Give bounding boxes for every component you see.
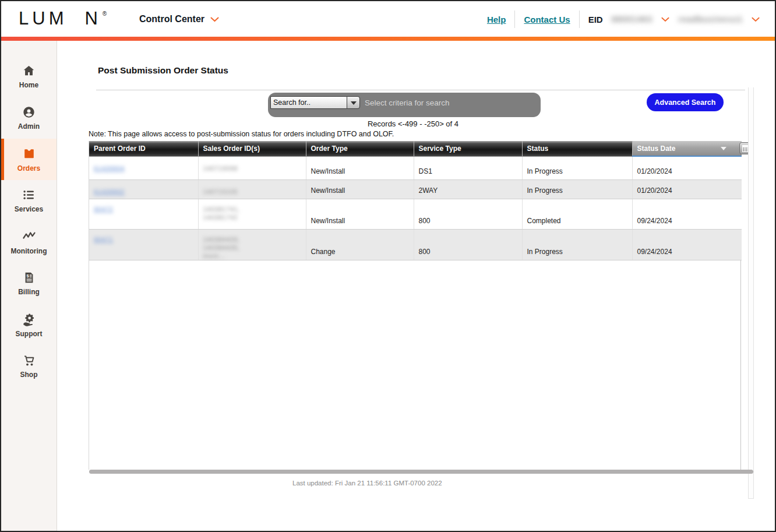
column-header-label: Status Date xyxy=(637,145,676,153)
logo-text-lum: LUM xyxy=(19,9,67,28)
sales-order-id: 140719105 xyxy=(203,188,238,195)
chevron-down-icon xyxy=(210,17,219,22)
status-cell: In Progress xyxy=(522,156,632,179)
sidebar-item-orders[interactable]: Orders xyxy=(1,139,57,180)
sidebar-nav: Home Admin Orders Services Monitoring $ … xyxy=(1,41,57,531)
shop-cart-icon xyxy=(22,354,36,367)
sidebar-item-label: Services xyxy=(15,205,43,213)
brand-accent-bar xyxy=(1,37,775,41)
eid-chevron-down-icon[interactable] xyxy=(661,17,669,22)
sidebar-item-label: Billing xyxy=(18,288,40,296)
sidebar-item-monitoring[interactable]: Monitoring xyxy=(1,221,57,263)
column-header-sales-order-ids[interactable]: Sales Order ID(s) xyxy=(198,141,306,156)
sidebar-item-services[interactable]: Services xyxy=(1,180,57,221)
order-type-cell: New/Install xyxy=(306,199,414,229)
orders-table: Parent Order ID Sales Order ID(s) Order … xyxy=(89,141,742,260)
parent-order-link[interactable]: 90472 xyxy=(94,206,113,213)
help-link[interactable]: Help xyxy=(487,15,506,24)
service-type-cell: 800 xyxy=(414,229,522,260)
parent-order-link[interactable]: 90471 xyxy=(94,236,113,243)
select-dropdown-arrow-icon[interactable] xyxy=(347,96,360,109)
service-type-cell: 2WAY xyxy=(414,179,522,199)
sidebar-item-label: Shop xyxy=(20,371,38,379)
table-row: 61439902 140719105 New/Install 2WAY In P… xyxy=(89,179,742,199)
control-center-menu[interactable]: Control Center xyxy=(139,14,219,24)
order-type-cell: Change xyxy=(306,229,414,260)
lumen-logo: LUM N ® xyxy=(19,9,107,28)
status-cell: In Progress xyxy=(522,229,632,260)
column-header-parent-order-id[interactable]: Parent Order ID xyxy=(89,141,198,156)
table-header-row: Parent Order ID Sales Order ID(s) Order … xyxy=(89,141,742,156)
sales-order-id: 140384439, xyxy=(203,236,240,243)
support-hand-gear-icon xyxy=(22,312,36,326)
parent-order-link[interactable]: 61439904 xyxy=(94,165,125,172)
parent-order-link[interactable]: 61439902 xyxy=(94,188,125,195)
app-window: LUM N ® Control Center Help Contact Us E… xyxy=(0,0,776,532)
sales-order-id: 140719098 xyxy=(203,165,238,172)
header-divider xyxy=(579,10,580,28)
contact-us-link[interactable]: Contact Us xyxy=(524,15,570,24)
status-cell: Completed xyxy=(522,199,632,229)
table-row: 90472 140381741, 140381742 New/Install 8… xyxy=(89,199,742,229)
sales-order-id: 140384435, xyxy=(203,244,240,251)
sales-more-link[interactable]: more... xyxy=(203,252,225,259)
orders-table-container: Parent Order ID Sales Order ID(s) Order … xyxy=(89,141,741,470)
logo-text-n: N xyxy=(84,9,101,28)
table-row: 61439904 140719098 New/Install DS1 In Pr… xyxy=(89,156,742,179)
header-utility-nav: Help Contact Us EID 88001463 readbusines… xyxy=(487,9,760,30)
home-icon xyxy=(22,64,36,77)
last-updated-text: Last updated: Fri Jan 21 11:56:11 GMT-07… xyxy=(292,480,442,487)
column-header-order-type[interactable]: Order Type xyxy=(306,141,414,156)
monitoring-pulse-icon xyxy=(22,230,36,244)
sales-order-id: 140381741, xyxy=(203,206,240,213)
status-date-cell: 09/24/2024 xyxy=(632,229,742,260)
page-note-text: Note: This page allows access to post-su… xyxy=(89,130,394,138)
admin-person-icon xyxy=(22,105,36,119)
records-count-text: Records <-499 - -250> of 4 xyxy=(89,119,738,128)
sidebar-item-support[interactable]: Support xyxy=(1,304,57,346)
search-hint-text: Select criteria for search xyxy=(365,98,450,107)
header-divider xyxy=(514,10,515,28)
advanced-search-button[interactable]: Advanced Search xyxy=(647,93,724,111)
column-header-status-date[interactable]: Status Date xyxy=(632,141,742,156)
sidebar-item-home[interactable]: Home xyxy=(1,56,57,97)
top-header: LUM N ® Control Center Help Contact Us E… xyxy=(1,1,775,37)
sales-order-id: 140381742 xyxy=(203,214,238,221)
column-header-status[interactable]: Status xyxy=(522,141,632,156)
svg-text:$: $ xyxy=(26,273,29,279)
main-content: Post Submission Order Status Search for.… xyxy=(58,41,775,531)
status-date-cell: 09/24/2024 xyxy=(632,199,742,229)
status-cell: In Progress xyxy=(522,179,632,199)
billing-invoice-icon: $ xyxy=(23,271,36,284)
search-bar: Search for.. Select criteria for search xyxy=(268,93,541,117)
status-date-cell: 01/20/2024 xyxy=(632,179,742,199)
username-redacted: readbusiness1 xyxy=(678,15,743,24)
service-type-cell: DS1 xyxy=(414,156,522,179)
table-row: 90471 140384439, 140384435, more... Chan… xyxy=(89,229,742,260)
search-criteria-select[interactable]: Search for.. xyxy=(270,96,347,109)
sidebar-item-label: Support xyxy=(16,330,43,338)
logo-e-glyph xyxy=(68,13,81,26)
column-header-service-type[interactable]: Service Type xyxy=(414,141,522,156)
sidebar-item-label: Monitoring xyxy=(11,247,47,255)
order-type-cell: New/Install xyxy=(306,179,414,199)
sidebar-item-admin[interactable]: Admin xyxy=(1,97,57,139)
page-title: Post Submission Order Status xyxy=(98,65,228,76)
control-center-label: Control Center xyxy=(139,14,204,24)
services-list-icon xyxy=(22,188,36,202)
sort-caret-icon xyxy=(721,147,726,153)
sidebar-item-billing[interactable]: $ Billing xyxy=(1,263,57,304)
user-menu-chevron-down-icon[interactable] xyxy=(752,17,760,22)
horizontal-scrollbar[interactable] xyxy=(89,470,753,474)
vertical-scrollbar[interactable] xyxy=(748,87,754,499)
title-divider xyxy=(96,90,745,90)
orders-inbox-icon xyxy=(22,147,36,161)
sidebar-item-label: Admin xyxy=(18,122,40,131)
sidebar-item-shop[interactable]: Shop xyxy=(1,346,57,387)
status-date-cell: 01/20/2024 xyxy=(632,156,742,179)
sidebar-item-label: Orders xyxy=(17,164,40,172)
eid-value-redacted: 88001463 xyxy=(612,15,652,24)
order-type-cell: New/Install xyxy=(306,156,414,179)
logo-registered-mark: ® xyxy=(103,10,107,17)
service-type-cell: 800 xyxy=(414,199,522,229)
